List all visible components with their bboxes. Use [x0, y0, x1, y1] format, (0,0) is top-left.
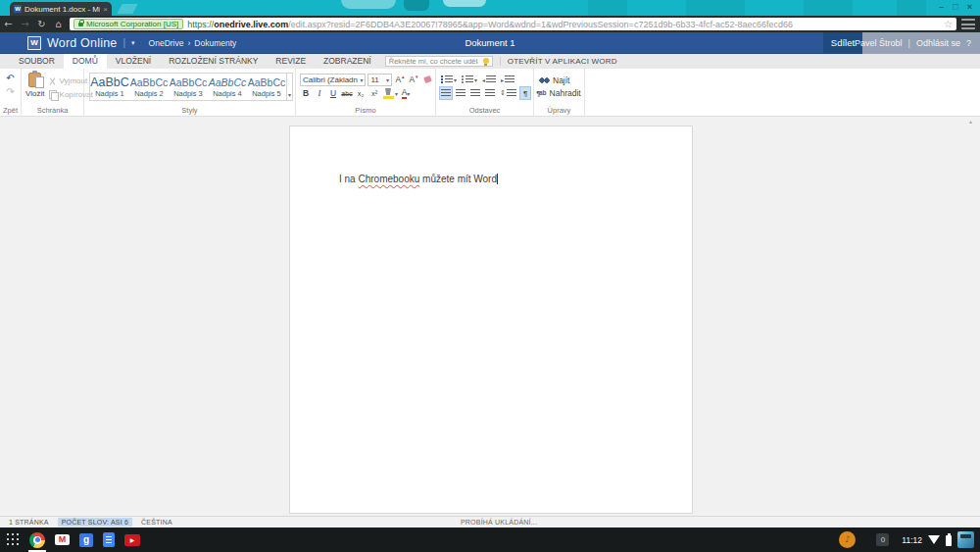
breadcrumb-onedrive[interactable]: OneDrive: [149, 38, 184, 48]
new-tab-button[interactable]: [117, 4, 137, 14]
wallpaper-band: [804, 0, 853, 16]
align-left-button[interactable]: [440, 87, 452, 99]
forward-button[interactable]: →: [17, 16, 33, 32]
account-divider: |: [908, 38, 910, 48]
chevron-down-icon[interactable]: ▾: [131, 39, 135, 47]
window-close-button[interactable]: ×: [967, 1, 972, 13]
help-icon[interactable]: ?: [966, 38, 971, 48]
security-badge[interactable]: Microsoft Corporation [US]: [74, 19, 183, 29]
bullet-list-icon: [441, 75, 453, 84]
replace-button[interactable]: ab Nahradit: [539, 86, 584, 99]
tab-close-icon[interactable]: ×: [103, 5, 108, 14]
align-right-icon: [470, 89, 480, 98]
align-center-icon: [456, 89, 466, 98]
paragraph-group: ▾ ▾ ◂ ▸ ↕ ¶ ¶ Odstavec: [436, 69, 534, 116]
docs-app-button[interactable]: [103, 527, 115, 552]
numbered-list-button[interactable]: ▾: [461, 74, 478, 85]
tab-rozlozeni-stranky[interactable]: ROZLOŽENÍ STRÁNKY: [160, 54, 267, 69]
scroll-up-arrow[interactable]: ▴: [969, 118, 972, 125]
tab-domu[interactable]: DOMŮ: [64, 54, 107, 69]
lightbulb-icon: [483, 58, 489, 64]
strikethrough-button[interactable]: abc: [341, 87, 353, 99]
font-color-button[interactable]: A▾: [400, 87, 412, 99]
wallpaper-art: [341, 0, 396, 9]
increase-indent-button[interactable]: ▸: [500, 74, 515, 85]
replace-label: Nahradit: [550, 88, 581, 98]
notification-counter[interactable]: 0: [876, 533, 889, 546]
window-maximize-button[interactable]: □: [953, 1, 957, 13]
browser-tab[interactable]: W Dokument 1.docx - Micr ×: [10, 2, 112, 16]
bullet-list-button[interactable]: ▾: [440, 74, 458, 85]
ribbon-filler: [585, 69, 980, 116]
find-button[interactable]: Najít: [539, 74, 584, 86]
decrease-indent-button[interactable]: ◂: [481, 74, 497, 85]
tab-revize[interactable]: REVIZE: [267, 54, 315, 69]
google-search-app-button[interactable]: g: [79, 527, 93, 552]
align-left-icon: [441, 89, 451, 98]
back-button[interactable]: ←: [0, 16, 17, 32]
binoculars-icon: [539, 76, 550, 84]
font-family-select[interactable]: Calibri (Základní k ▾: [300, 74, 366, 86]
music-notification-icon[interactable]: ♪: [839, 531, 856, 548]
text-cursor: [497, 174, 498, 184]
gmail-app-button[interactable]: M: [55, 527, 70, 552]
style-nadpis-3[interactable]: AaBbCc Nadpis 3: [169, 74, 208, 100]
status-bar: 1 STRÁNKA POČET SLOV: ASI 6 ČEŠTINA PROB…: [0, 516, 980, 527]
underline-button[interactable]: U: [327, 87, 339, 99]
tab-soubor[interactable]: SOUBOR: [10, 54, 64, 69]
word-logo-icon[interactable]: W: [27, 36, 41, 50]
tab-zobrazeni[interactable]: ZOBRAZENÍ: [315, 54, 380, 69]
reload-button[interactable]: ↻: [33, 16, 50, 32]
word-count-badge[interactable]: POČET SLOV: ASI 6: [58, 518, 132, 527]
clear-formatting-button[interactable]: [421, 74, 433, 85]
wallpaper-band: [686, 0, 745, 16]
breadcrumb-dokumenty[interactable]: Dokumenty: [194, 38, 236, 48]
subscript-button[interactable]: x₂: [355, 87, 367, 99]
signout-link[interactable]: Odhlásit se: [916, 38, 960, 48]
line-spacing-button[interactable]: ↕: [499, 87, 517, 99]
address-bar[interactable]: Microsoft Corporation [US] https://onedr…: [70, 18, 956, 30]
app-launcher-button[interactable]: [7, 527, 20, 552]
superscript-button[interactable]: x²: [368, 87, 380, 99]
style-nadpis-4[interactable]: AaBbCc Nadpis 4: [208, 74, 247, 100]
youtube-app-button[interactable]: ▶: [124, 527, 140, 552]
italic-button[interactable]: I: [314, 87, 325, 99]
wallpaper-art: [443, 0, 486, 7]
home-button[interactable]: ⌂: [50, 16, 67, 32]
style-nadpis-5[interactable]: AaBbCc Nadpis 5: [247, 74, 286, 100]
window-minimize-button[interactable]: –: [939, 1, 944, 13]
wifi-icon: [928, 535, 940, 544]
redo-button[interactable]: ↷: [6, 87, 14, 97]
align-right-button[interactable]: [469, 87, 481, 99]
find-label: Najít: [553, 75, 569, 85]
shrink-font-button[interactable]: A▾: [408, 74, 419, 85]
document-page[interactable]: I na Chromebooku můžete mít Word: [289, 125, 693, 514]
screen: W Dokument 1.docx - Micr × – □ × ← → ↻ ⌂…: [0, 0, 980, 552]
justify-icon: [485, 89, 495, 98]
align-center-button[interactable]: [455, 87, 466, 99]
bold-button[interactable]: B: [300, 87, 312, 99]
styles-gallery-more-icon[interactable]: ▾: [287, 73, 293, 101]
editing-group-label: Úpravy: [534, 106, 584, 115]
undo-button[interactable]: ↶: [6, 74, 14, 83]
font-group: Calibri (Základní k ▾ 11 ▾ A▴ A▾ B I U a…: [296, 69, 436, 116]
language-indicator[interactable]: ČEŠTINA: [141, 519, 172, 526]
style-nadpis-1[interactable]: AaBbC Nadpis 1: [90, 74, 129, 100]
chrome-app-button[interactable]: [29, 527, 45, 552]
font-group-label: Písmo: [296, 106, 435, 115]
numbered-list-icon: [462, 75, 473, 84]
highlight-color-button[interactable]: ▾: [382, 87, 398, 99]
bookmark-star-icon[interactable]: ☆: [944, 19, 953, 29]
system-tray[interactable]: 11:12: [902, 531, 974, 548]
font-size-select[interactable]: 11 ▾: [368, 74, 392, 86]
clipboard-group: Vložit Vyjmout Kopírovat Schránka: [22, 69, 84, 116]
justify-button[interactable]: [484, 87, 496, 99]
tab-vlozeni[interactable]: VLOŽENÍ: [107, 54, 160, 69]
tell-me-input[interactable]: [385, 56, 493, 67]
ltr-direction-button[interactable]: ¶: [520, 87, 530, 99]
open-in-word-button[interactable]: OTEVŘÍT V APLIKACI WORD: [508, 57, 617, 66]
browser-menu-icon[interactable]: [961, 19, 975, 29]
grow-font-button[interactable]: A▴: [394, 74, 406, 85]
ribbon: ↶ ↷ Zpět Vložit Vyjmout Kopírovat Schrá: [0, 69, 980, 117]
style-nadpis-2[interactable]: AaBbCc Nadpis 2: [129, 74, 169, 100]
